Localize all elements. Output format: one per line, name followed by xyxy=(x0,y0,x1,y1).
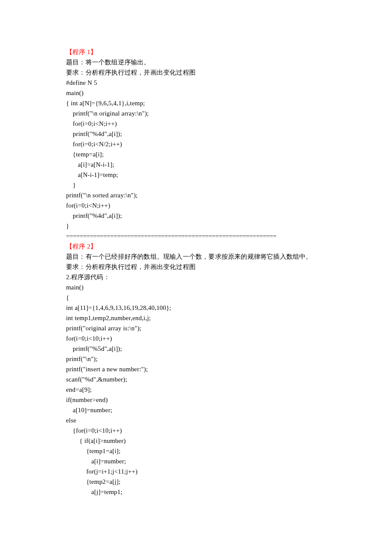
code-line: for(i=0;i<N/2;i++) xyxy=(66,139,328,149)
code-line: printf("%4d",a[i]); xyxy=(66,211,328,221)
code-line: } xyxy=(66,180,328,190)
code-line: main() xyxy=(66,282,328,292)
code-line: else xyxy=(66,415,328,425)
code-line: a[i]=a[N-i-1]; xyxy=(66,159,328,170)
code-line: printf("\n original array:\n"); xyxy=(66,108,328,119)
code-line: printf("%5d",a[i]); xyxy=(66,344,328,354)
program-1-heading: 【程序 1】 xyxy=(66,47,328,57)
code-line: end=a[9]; xyxy=(66,384,328,395)
program-2-heading: 【程序 2】 xyxy=(66,241,328,251)
document-page: 【程序 1】 题目：将一个数组逆序输出。 要求：分析程序执行过程，并画出变化过程… xyxy=(0,0,392,555)
code-line: {for(i=0;i<10;i++) xyxy=(66,425,328,436)
code-line: for(i=0;i<10;i++) xyxy=(66,333,328,344)
code-line: int a[11]={1,4,6,9,13,16,19,28,40,100}; xyxy=(66,303,328,313)
code-line: 题目：将一个数组逆序输出。 xyxy=(66,57,328,67)
code-line: printf("original array is:\n"); xyxy=(66,323,328,333)
code-line: printf("insert a new number:"); xyxy=(66,364,328,374)
code-line: a[N-i-1]=temp; xyxy=(66,170,328,180)
code-line: { xyxy=(66,292,328,303)
code-line: a[j]=temp1; xyxy=(66,487,328,497)
code-line: int temp1,temp2,number,end,i,j; xyxy=(66,313,328,323)
code-line: } xyxy=(66,221,328,231)
code-line: 2.程序源代码： xyxy=(66,272,328,282)
code-line: printf("\n"); xyxy=(66,354,328,364)
code-line: a[i]=number; xyxy=(66,456,328,466)
code-line: 要求：分析程序执行过程，并画出变化过程图 xyxy=(66,262,328,272)
code-line: {temp=a[i]; xyxy=(66,149,328,159)
code-line: for(i=0;i<N;i++) xyxy=(66,200,328,211)
code-line: main() xyxy=(66,88,328,98)
code-line: {temp2=a[j]; xyxy=(66,477,328,487)
code-line: { if(a[i]>number) xyxy=(66,436,328,446)
code-line: #define N 5 xyxy=(66,78,328,88)
code-line: printf("%4d",a[i]); xyxy=(66,129,328,139)
code-line: {temp1=a[i]; xyxy=(66,446,328,456)
separator-line: ========================================… xyxy=(66,231,328,241)
code-line: for(j=i+1;j<11;j++) xyxy=(66,466,328,477)
code-line: { int a[N]={9,6,5,4,1},i,temp; xyxy=(66,98,328,108)
code-line: 题目：有一个已经排好序的数组。现输入一个数，要求按原来的规律将它插入数组中。 xyxy=(66,251,328,262)
code-line: printf("\n sorted array:\n"); xyxy=(66,190,328,200)
code-line: for(i=0;i<N;i++) xyxy=(66,119,328,129)
code-line: 要求：分析程序执行过程，并画出变化过程图 xyxy=(66,67,328,78)
code-line: scanf("%d",&number); xyxy=(66,374,328,384)
code-line: if(number>end) xyxy=(66,395,328,405)
code-line: a[10]=number; xyxy=(66,405,328,415)
